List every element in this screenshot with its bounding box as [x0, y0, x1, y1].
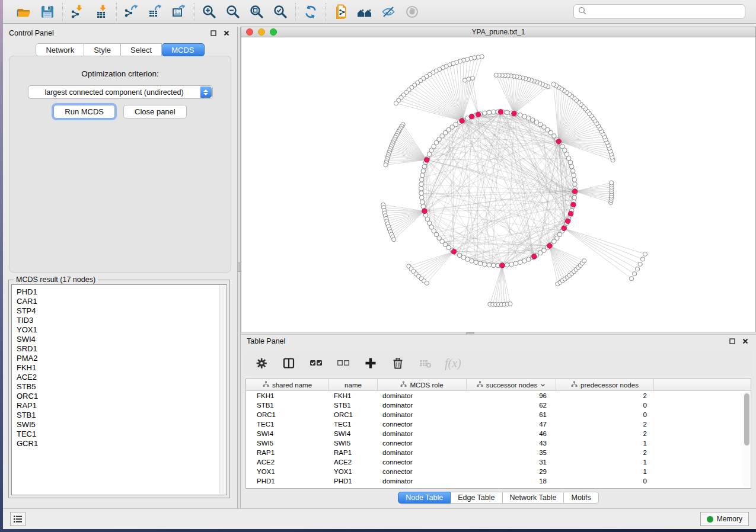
- table-row[interactable]: SWI5SWI5connector431: [246, 438, 751, 448]
- table-row[interactable]: SWI4SWI4dominator462: [246, 429, 751, 438]
- mcds-result-item[interactable]: TID3: [17, 316, 227, 325]
- zoom-in-icon[interactable]: [200, 3, 219, 21]
- mcds-result-list[interactable]: PHD1CAR1STP4TID3YOX1SWI4SRD1PMA2FKH1ACE2…: [11, 284, 227, 495]
- table-row[interactable]: ORC1ORC1dominator610: [246, 410, 751, 419]
- mcds-result-item[interactable]: PMA2: [17, 354, 227, 363]
- close-panel-icon[interactable]: [222, 28, 231, 38]
- mcds-result-item[interactable]: SWI5: [17, 420, 227, 430]
- table-row[interactable]: YOX1YOX1connector291: [246, 467, 751, 476]
- column-header-predecessor-nodes[interactable]: predecessor nodes: [556, 379, 654, 390]
- node-table[interactable]: shared namenameMCDS rolesuccessor nodesp…: [245, 379, 751, 489]
- mcds-result-item[interactable]: SRD1: [17, 344, 227, 354]
- main-toolbar: [3, 0, 756, 24]
- tab-motifs[interactable]: Motifs: [564, 492, 598, 504]
- float-panel-icon[interactable]: [209, 28, 218, 38]
- plus-icon[interactable]: [363, 355, 378, 371]
- cell-successor-nodes: 31: [467, 459, 556, 466]
- tab-node-table[interactable]: Node Table: [398, 492, 451, 504]
- tab-mcds[interactable]: MCDS: [162, 43, 204, 56]
- mcds-result-item[interactable]: CAR1: [17, 297, 227, 306]
- table-scrollbar[interactable]: [743, 392, 750, 487]
- mcds-result-item[interactable]: RAP1: [17, 401, 227, 411]
- column-header-MCDS-role[interactable]: MCDS role: [378, 379, 467, 390]
- close-panel-icon[interactable]: [741, 336, 750, 346]
- import-table-icon[interactable]: [92, 3, 111, 21]
- refresh-icon[interactable]: [301, 3, 320, 21]
- network-graph[interactable]: [241, 37, 755, 332]
- column-header-name[interactable]: name: [329, 379, 378, 390]
- mcds-result-item[interactable]: GCR1: [17, 439, 227, 448]
- export-table-icon[interactable]: [146, 3, 165, 21]
- scrollbar-thumb[interactable]: [744, 393, 749, 446]
- table-tabs: Node TableEdge TableNetwork TableMotifs: [241, 492, 756, 504]
- table-row[interactable]: TEC1TEC1connector472: [246, 419, 751, 429]
- run-mcds-button[interactable]: Run MCDS: [53, 105, 115, 118]
- cell-name: ORC1: [329, 411, 378, 418]
- table-row[interactable]: FKH1FKH1dominator962: [246, 391, 751, 400]
- tab-style[interactable]: Style: [84, 43, 121, 56]
- export-image-icon[interactable]: [170, 3, 189, 21]
- import-network-icon[interactable]: [68, 3, 87, 21]
- mcds-result-item[interactable]: TEC1: [17, 430, 227, 439]
- mcds-result-item[interactable]: FKH1: [17, 363, 227, 373]
- tab-network[interactable]: Network: [36, 43, 84, 56]
- cell-mcds-role: connector: [378, 440, 467, 447]
- open-file-icon[interactable]: [14, 3, 33, 21]
- network-canvas[interactable]: [241, 37, 755, 332]
- search-box[interactable]: [573, 4, 745, 19]
- mcds-result-item[interactable]: STB5: [17, 382, 227, 392]
- cell-shared-name: YOX1: [246, 468, 329, 475]
- table-row[interactable]: ACE2ACE2connector311: [246, 457, 751, 467]
- float-panel-icon[interactable]: [728, 336, 737, 346]
- cell-name: PHD1: [329, 477, 378, 485]
- mcds-result-item[interactable]: STB1: [17, 411, 227, 420]
- vertical-splitter[interactable]: [237, 27, 241, 508]
- save-session-icon[interactable]: [38, 3, 57, 21]
- mcds-result-item[interactable]: ORC1: [17, 392, 227, 401]
- cell-predecessor-nodes: 2: [556, 421, 654, 428]
- session-home-icon[interactable]: [355, 3, 374, 21]
- export-network-icon[interactable]: [122, 3, 141, 21]
- table-row[interactable]: RAP1RAP1dominator352: [246, 448, 751, 457]
- mcds-result-title: MCDS result (17 nodes): [14, 275, 98, 284]
- zoom-selected-icon[interactable]: [271, 3, 290, 21]
- task-history-button[interactable]: [10, 512, 25, 526]
- sort-chevron-icon: [540, 382, 546, 389]
- tab-edge-table[interactable]: Edge Table: [451, 492, 502, 504]
- mcds-result-item[interactable]: PHD1: [17, 287, 227, 297]
- tab-network-table[interactable]: Network Table: [503, 492, 564, 504]
- mcds-result-item[interactable]: YOX1: [17, 325, 227, 335]
- column-header-successor-nodes[interactable]: successor nodes: [467, 379, 556, 390]
- table-row[interactable]: PHD1PHD1dominator180: [246, 476, 751, 486]
- cell-predecessor-nodes: 0: [556, 477, 654, 485]
- horizontal-splitter[interactable]: [241, 332, 756, 335]
- mcds-result-item[interactable]: STP4: [17, 306, 227, 316]
- network-window: YPA_prune.txt_1: [241, 27, 756, 332]
- mcds-result-item[interactable]: SWI4: [17, 335, 227, 344]
- gear-icon[interactable]: [254, 355, 269, 371]
- columns-icon[interactable]: [281, 355, 296, 371]
- hide-style-icon[interactable]: [379, 3, 398, 21]
- network-file-icon[interactable]: [331, 3, 350, 21]
- splitter-grab-handle[interactable]: [238, 262, 240, 272]
- search-input[interactable]: [589, 8, 741, 16]
- check-boxes-icon[interactable]: [308, 355, 324, 371]
- memory-button[interactable]: Memory: [700, 512, 749, 526]
- select-stepper-icon: [200, 86, 212, 98]
- empty-boxes-icon[interactable]: [336, 355, 351, 371]
- optimization-select[interactable]: largest connected component (undirected): [28, 85, 213, 99]
- close-panel-button[interactable]: Close panel: [123, 105, 187, 118]
- network-titlebar: YPA_prune.txt_1: [241, 27, 755, 37]
- splitter-grab-handle[interactable]: [466, 332, 474, 334]
- column-header-shared-name[interactable]: shared name: [246, 379, 329, 390]
- cell-successor-nodes: 46: [467, 430, 556, 437]
- zoom-out-icon[interactable]: [224, 3, 243, 21]
- tab-select[interactable]: Select: [121, 43, 162, 56]
- trash-icon[interactable]: [390, 355, 406, 371]
- table-body: FKH1FKH1dominator962STB1STB1dominator620…: [246, 391, 751, 486]
- mcds-result-item[interactable]: ACE2: [17, 373, 227, 382]
- table-row[interactable]: STB1STB1dominator620: [246, 400, 751, 410]
- cell-mcds-role: dominator: [378, 430, 467, 437]
- zoom-fit-icon[interactable]: [247, 3, 266, 21]
- mcds-list-scrollbar[interactable]: [219, 286, 226, 494]
